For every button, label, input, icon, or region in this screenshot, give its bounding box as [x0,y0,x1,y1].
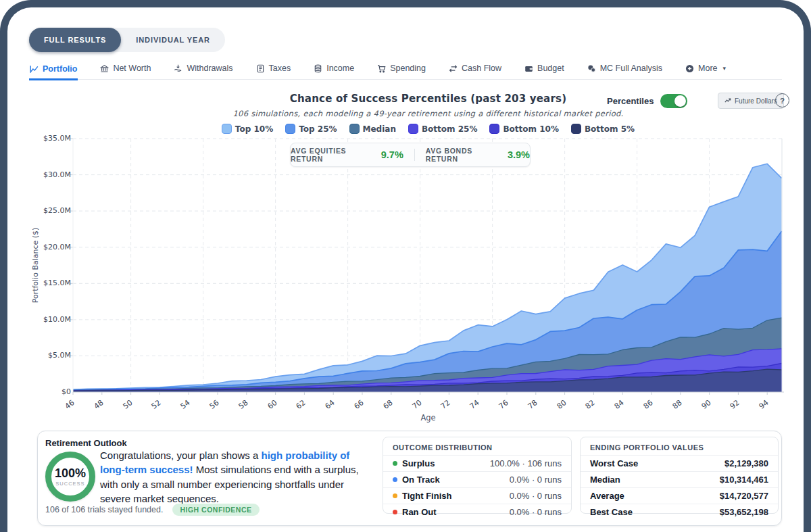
tab-label: Cash Flow [462,64,501,73]
legend-item-top-25-[interactable]: Top 25% [285,124,337,134]
tab-label: Portfolio [43,64,77,74]
legend-item-bottom-5-[interactable]: Bottom 5% [571,124,635,134]
coins-double-icon [587,64,596,73]
avg-equities-stat: AVG EQUITIES RETURN 9.7% [291,147,403,163]
legend-item-median[interactable]: Median [349,124,396,134]
future-dollars-button[interactable]: Future Dollars [718,93,784,109]
results-segmented-control: FULL RESULTS INDIVIDUAL YEAR [29,28,225,52]
outcome-row-on-track: On Track 0.0% · 0 runs [383,471,571,487]
legend-label: Top 25% [299,124,337,134]
outcome-value: 0.0% · 0 runs [510,507,562,517]
x-tick-label: 72 [439,398,451,411]
tab-taxes[interactable]: Taxes [255,61,292,79]
status-dot [393,493,397,498]
avg-bonds-label: AVG BONDS RETURN [426,147,502,163]
avg-equities-label: AVG EQUITIES RETURN [291,147,376,163]
ending-label: Median [590,475,620,485]
y-tick-label: $25.0M [20,206,71,215]
confidence-badge: HIGH CONFIDENCE [172,504,259,516]
x-tick-label: 50 [121,398,134,411]
tab-portfolio[interactable]: Portfolio [29,62,78,80]
legend-swatch [571,124,581,134]
outlook-footer: 106 of 106 trials stayed funded. HIGH CO… [45,504,260,516]
ending-portfolio-values-card: ENDING PORTFOLIO VALUES Worst Case $2,12… [580,437,779,514]
legend-item-bottom-25-[interactable]: Bottom 25% [408,124,478,134]
tab-more[interactable]: More ▾ [685,61,727,79]
legend-label: Bottom 10% [503,124,559,134]
stats-divider [414,149,415,161]
trend-up-icon [724,97,731,104]
x-tick-label: 46 [63,398,76,411]
avg-bonds-stat: AVG BONDS RETURN 3.9% [426,147,530,163]
plus-circle-icon [685,64,694,73]
tab-withdrawals[interactable]: Withdrawals [173,61,233,79]
legend-label: Bottom 25% [422,124,478,134]
outcome-label: Surplus [393,458,435,468]
tab-budget[interactable]: Budget [524,61,565,79]
legend-label: Bottom 5% [585,124,635,134]
app-window: FULL RESULTS INDIVIDUAL YEAR Portfolio N… [0,0,811,532]
outcome-label: Ran Out [393,507,437,517]
percentiles-label: Percentiles [607,96,654,106]
ending-value: $10,314,461 [720,475,768,485]
outcome-label: On Track [393,475,440,485]
tab-label: Withdrawals [187,64,232,73]
avg-bonds-value: 3.9% [508,149,530,160]
chevron-down-icon: ▾ [723,65,727,72]
legend-swatch [285,124,295,134]
outcome-row-ran-out: Ran Out 0.0% · 0 runs [383,504,571,520]
y-tick-label: $10.0M [20,315,71,324]
legend-item-bottom-10-[interactable]: Bottom 10% [489,124,559,134]
document-icon [256,64,265,73]
x-tick-label: 62 [294,398,307,411]
tab-label: Taxes [269,64,291,73]
tab-label: Budget [537,64,564,73]
ending-value: $2,129,380 [724,458,768,468]
x-tick-label: 60 [266,398,278,411]
legend-swatch [222,124,232,134]
x-tick-label: 86 [641,398,654,411]
legend-label: Median [363,124,396,134]
x-tick-label: 70 [410,398,423,411]
percentiles-toggle[interactable] [660,94,687,108]
y-tick-label: $35.0M [20,134,71,143]
x-tick-label: 84 [612,398,625,411]
help-icon[interactable]: ? [775,93,789,107]
chart-line-icon [30,65,39,74]
y-tick-label: $0 [20,387,71,396]
outcome-value: 0.0% · 0 runs [510,475,562,485]
legend-swatch [349,124,360,134]
status-dot [393,477,397,482]
tab-cash-flow[interactable]: Cash Flow [448,61,502,79]
x-tick-label: 74 [468,398,481,411]
success-caption: SUCCESS [55,481,84,487]
ending-value: $14,720,577 [720,491,768,501]
bank-icon [100,64,109,73]
outcome-distribution-card: OUTCOME DISTRIBUTION Surplus 100.0% · 10… [383,437,572,514]
legend-item-top-10-[interactable]: Top 10% [222,124,273,134]
ending-label: Best Case [590,507,633,517]
x-tick-label: 66 [352,398,365,411]
future-dollars-label: Future Dollars [735,97,777,105]
x-tick-label: 80 [555,398,568,411]
x-tick-label: 54 [178,398,191,411]
tab-income[interactable]: Income [313,61,355,79]
ending-row-best-case: Best Case $53,652,198 [581,504,778,520]
segment-full-results[interactable]: FULL RESULTS [29,28,121,52]
x-tick-label: 48 [92,398,105,411]
tab-spending[interactable]: Spending [376,61,426,79]
cart-icon [377,64,386,73]
segment-individual-year[interactable]: INDIVIDUAL YEAR [121,28,225,52]
tab-net-worth[interactable]: Net Worth [99,61,151,79]
x-tick-label: 64 [323,398,336,411]
legend-swatch [489,124,499,134]
x-tick-label: 94 [757,398,770,411]
x-tick-label: 92 [728,398,741,411]
ending-row-worst-case: Worst Case $2,129,380 [581,455,778,471]
ending-label: Average [590,491,624,501]
x-axis-title: Age [74,413,782,422]
percentiles-control: Percentiles [607,94,687,108]
tab-mc-full-analysis[interactable]: MC Full Analysis [587,61,663,79]
arrows-swap-icon [449,64,458,73]
tab-label: Spending [390,64,426,73]
